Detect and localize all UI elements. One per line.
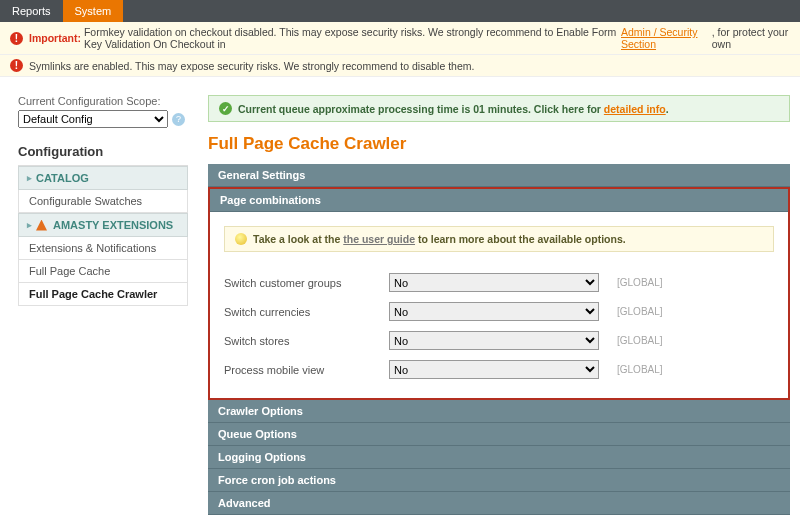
section-general-settings[interactable]: General Settings bbox=[208, 164, 790, 187]
amasty-heading: AMASTY EXTENSIONS bbox=[53, 219, 173, 231]
select-switch-stores[interactable]: No bbox=[389, 331, 599, 350]
alert-icon: ! bbox=[10, 59, 23, 72]
user-guide-link[interactable]: the user guide bbox=[343, 233, 415, 245]
row-switch-customer-groups: Switch customer groups No [GLOBAL] bbox=[224, 268, 774, 297]
queue-tail: . bbox=[666, 103, 669, 115]
queue-notice: ✓ Current queue approximate processing t… bbox=[208, 95, 790, 122]
lightbulb-icon bbox=[235, 233, 247, 245]
check-icon: ✓ bbox=[219, 102, 232, 115]
notice-tail: , for protect your own bbox=[712, 26, 790, 50]
sidebar-item-extensions[interactable]: Extensions & Notifications bbox=[18, 237, 188, 260]
section-queue-options[interactable]: Queue Options bbox=[208, 423, 790, 446]
page-combinations-section: Page combinations Take a look at the the… bbox=[208, 187, 790, 400]
tip-post: to learn more about the available option… bbox=[418, 233, 626, 245]
select-switch-customer-groups[interactable]: No bbox=[389, 273, 599, 292]
queue-text: Current queue approximate processing tim… bbox=[238, 103, 604, 115]
tip-box: Take a look at the the user guide to lea… bbox=[224, 226, 774, 252]
section-crawler-options[interactable]: Crawler Options bbox=[208, 400, 790, 423]
sidebar-item-full-page-cache[interactable]: Full Page Cache bbox=[18, 260, 188, 283]
scope-badge: [GLOBAL] bbox=[617, 277, 663, 288]
section-force-cron[interactable]: Force cron job actions bbox=[208, 469, 790, 492]
detailed-info-link[interactable]: detailed info bbox=[604, 103, 666, 115]
scope-badge: [GLOBAL] bbox=[617, 335, 663, 346]
sidebar: Current Configuration Scope: Default Con… bbox=[18, 95, 188, 515]
help-icon[interactable]: ? bbox=[172, 113, 185, 126]
field-label: Switch stores bbox=[224, 335, 389, 347]
scope-label: Current Configuration Scope: bbox=[18, 95, 188, 107]
tab-reports[interactable]: Reports bbox=[0, 0, 63, 22]
sidebar-item-crawler[interactable]: Full Page Cache Crawler bbox=[18, 283, 188, 306]
top-nav: Reports System bbox=[0, 0, 800, 22]
catalog-heading: CATALOG bbox=[36, 172, 89, 184]
scope-badge: [GLOBAL] bbox=[617, 306, 663, 317]
sidebar-group-amasty[interactable]: ▸ AMASTY EXTENSIONS bbox=[18, 213, 188, 237]
page-title: Full Page Cache Crawler bbox=[208, 134, 790, 154]
form-rows: Switch customer groups No [GLOBAL] Switc… bbox=[210, 266, 788, 386]
field-label: Process mobile view bbox=[224, 364, 389, 376]
select-switch-currencies[interactable]: No bbox=[389, 302, 599, 321]
select-process-mobile-view[interactable]: No bbox=[389, 360, 599, 379]
section-page-combinations[interactable]: Page combinations bbox=[210, 189, 788, 212]
amasty-logo-icon bbox=[36, 220, 47, 231]
notice-text: Formkey validation on checkout disabled.… bbox=[84, 26, 621, 50]
section-advanced[interactable]: Advanced bbox=[208, 492, 790, 515]
section-logging-options[interactable]: Logging Options bbox=[208, 446, 790, 469]
scope-select[interactable]: Default Config bbox=[18, 110, 168, 128]
notice-symlinks: ! Symlinks are enabled. This may expose … bbox=[0, 55, 800, 77]
important-label: Important: bbox=[29, 32, 81, 44]
sidebar-item-configurable-swatches[interactable]: Configurable Swatches bbox=[18, 190, 188, 213]
alert-icon: ! bbox=[10, 32, 23, 45]
tip-pre: Take a look at the bbox=[253, 233, 343, 245]
admin-security-link[interactable]: Admin / Security Section bbox=[621, 26, 712, 50]
main-content: ✓ Current queue approximate processing t… bbox=[208, 95, 790, 515]
field-label: Switch customer groups bbox=[224, 277, 389, 289]
sidebar-group-catalog[interactable]: ▸ CATALOG bbox=[18, 166, 188, 190]
notice-text: Symlinks are enabled. This may expose se… bbox=[29, 60, 474, 72]
notice-formkey: ! Important: Formkey validation on check… bbox=[0, 22, 800, 55]
chevron-right-icon: ▸ bbox=[27, 220, 32, 230]
sidebar-title: Configuration bbox=[18, 144, 188, 166]
field-label: Switch currencies bbox=[224, 306, 389, 318]
tab-system[interactable]: System bbox=[63, 0, 124, 22]
row-switch-stores: Switch stores No [GLOBAL] bbox=[224, 326, 774, 355]
scope-badge: [GLOBAL] bbox=[617, 364, 663, 375]
row-process-mobile-view: Process mobile view No [GLOBAL] bbox=[224, 355, 774, 384]
row-switch-currencies: Switch currencies No [GLOBAL] bbox=[224, 297, 774, 326]
chevron-right-icon: ▸ bbox=[27, 173, 32, 183]
